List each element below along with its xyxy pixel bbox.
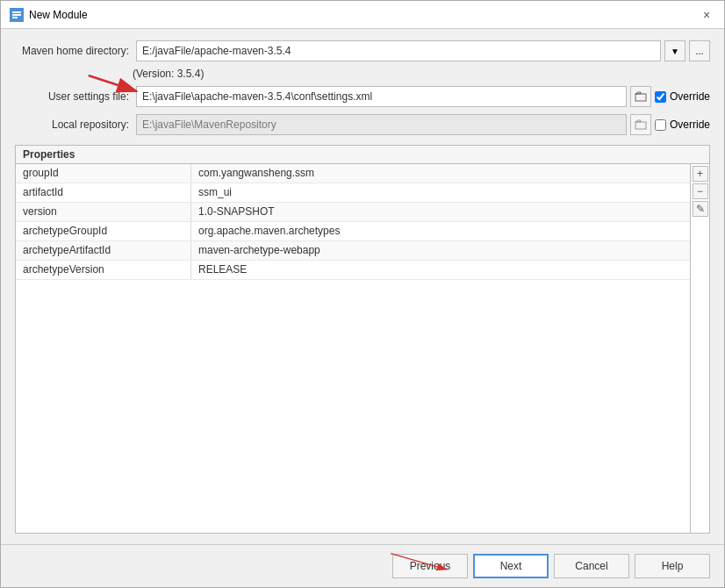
user-settings-override-checkbox[interactable] [655,91,666,103]
prop-value-4: maven-archetype-webapp [191,241,690,260]
prop-value-5: RELEASE [191,261,690,279]
local-repo-controls: Override [136,114,710,135]
dialog-title: New Module [29,9,88,21]
table-row[interactable]: archetypeGroupId org.apache.maven.archet… [16,222,690,241]
close-button[interactable]: × [698,6,715,24]
dialog-footer: Previous Next Cancel Help [1,544,724,587]
previous-button[interactable]: Previous [392,554,468,578]
local-repo-row: Local repository: Override [15,113,710,136]
table-row[interactable]: archetypeArtifactId maven-archetype-weba… [16,241,690,261]
local-repo-override-label[interactable]: Override [655,118,710,131]
edit-property-btn[interactable]: ✎ [693,201,708,217]
prop-name-1: artifactId [16,183,191,202]
local-repo-override-checkbox[interactable] [655,119,666,131]
maven-home-controls: ▼ ... [136,40,710,61]
svg-rect-2 [12,14,21,16]
properties-toolbar: + − ✎ [690,164,709,533]
svg-rect-1 [12,11,21,13]
table-row[interactable]: version 1.0-SNAPSHOT [16,203,690,222]
help-button[interactable]: Help [635,554,710,578]
prop-name-3: archetypeGroupId [16,222,191,240]
maven-home-row: Maven home directory: ▼ ... [15,39,710,62]
prop-value-2: 1.0-SNAPSHOT [191,203,690,221]
table-row[interactable]: artifactId ssm_ui [16,183,690,203]
properties-list: groupId com.yangwansheng.ssm artifactId … [16,164,690,533]
table-row[interactable]: groupId com.yangwansheng.ssm [16,164,690,183]
title-bar-left: New Module [10,8,88,22]
user-settings-override-label[interactable]: Override [655,90,710,103]
prop-name-4: archetypeArtifactId [16,241,191,260]
override-text-2: Override [670,118,710,131]
local-repo-browse-btn[interactable] [630,114,651,135]
add-property-btn[interactable]: + [693,166,708,182]
remove-property-btn[interactable]: − [693,183,708,199]
maven-dropdown-btn[interactable]: ▼ [664,40,686,61]
svg-rect-5 [635,122,646,129]
properties-table: groupId com.yangwansheng.ssm artifactId … [16,164,709,533]
cancel-button[interactable]: Cancel [554,554,629,578]
prop-name-5: archetypeVersion [16,261,191,279]
local-repo-input[interactable] [136,114,627,135]
table-row[interactable]: archetypeVersion RELEASE [16,261,690,280]
module-icon [10,8,24,22]
override-text: Override [670,90,710,103]
version-text: (Version: 3.5.4) [133,68,710,80]
maven-home-label: Maven home directory: [15,45,129,57]
prop-value-1: ssm_ui [191,183,690,202]
title-bar: New Module × [1,1,724,29]
new-module-dialog: New Module × Maven home directory: ▼ ...… [0,0,725,588]
prop-name-0: groupId [16,164,191,183]
user-settings-browse-btn[interactable] [630,86,651,107]
user-settings-input[interactable] [136,86,627,107]
user-settings-row: User settings file: Override [15,85,710,108]
prop-value-3: org.apache.maven.archetypes [191,222,690,240]
prop-name-2: version [16,203,191,221]
next-button[interactable]: Next [473,554,549,578]
maven-browse-btn[interactable]: ... [689,40,710,61]
maven-home-input[interactable] [136,40,661,61]
dialog-content: Maven home directory: ▼ ... (Version: 3.… [1,29,724,544]
properties-header: Properties [16,146,709,164]
prop-value-0: com.yangwansheng.ssm [191,164,690,183]
local-repo-label: Local repository: [15,118,129,131]
properties-section: Properties groupId com.yangwansheng.ssm … [15,145,710,534]
svg-rect-4 [635,94,646,101]
user-settings-controls: Override [136,86,710,107]
svg-rect-3 [12,17,18,18]
user-settings-label: User settings file: [15,90,129,103]
